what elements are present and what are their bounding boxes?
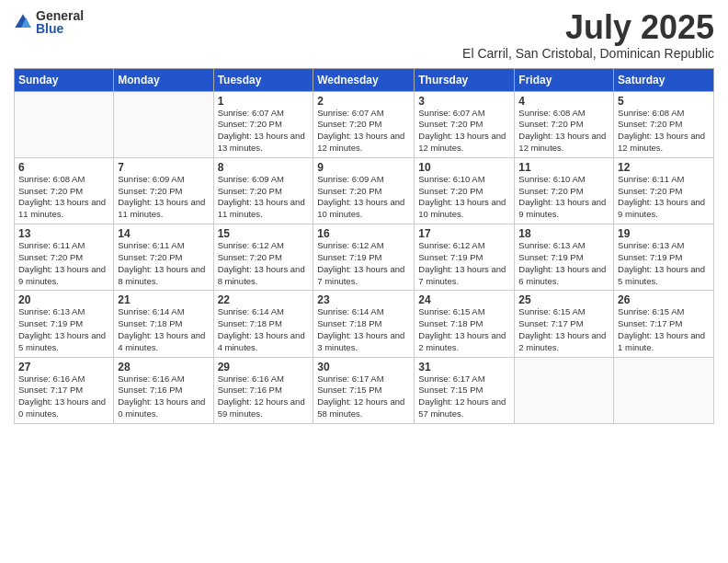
table-row [114,91,213,157]
day-number: 19 [618,227,710,240]
logo-general: General [36,9,84,22]
calendar-table: Sunday Monday Tuesday Wednesday Thursday… [14,68,714,424]
day-info: Sunrise: 6:14 AM Sunset: 7:18 PM Dayligh… [218,306,310,353]
table-row: 9Sunrise: 6:09 AM Sunset: 7:20 PM Daylig… [313,157,415,224]
day-number: 8 [218,161,310,174]
day-number: 29 [218,361,310,373]
header-sunday: Sunday [15,68,114,91]
day-info: Sunrise: 6:13 AM Sunset: 7:19 PM Dayligh… [518,240,609,287]
table-row: 29Sunrise: 6:16 AM Sunset: 7:16 PM Dayli… [213,357,313,423]
day-info: Sunrise: 6:08 AM Sunset: 7:20 PM Dayligh… [518,108,609,155]
table-row [515,357,614,423]
day-info: Sunrise: 6:17 AM Sunset: 7:15 PM Dayligh… [317,373,410,420]
day-info: Sunrise: 6:07 AM Sunset: 7:20 PM Dayligh… [418,108,510,155]
table-row: 4Sunrise: 6:08 AM Sunset: 7:20 PM Daylig… [515,91,614,157]
day-number: 28 [118,361,209,373]
day-info: Sunrise: 6:15 AM Sunset: 7:17 PM Dayligh… [518,306,609,353]
table-row: 12Sunrise: 6:11 AM Sunset: 7:20 PM Dayli… [614,157,714,224]
table-row: 23Sunrise: 6:14 AM Sunset: 7:18 PM Dayli… [313,291,415,357]
day-info: Sunrise: 6:07 AM Sunset: 7:20 PM Dayligh… [317,108,410,155]
day-number: 6 [18,161,109,174]
day-number: 5 [618,95,710,108]
table-row: 24Sunrise: 6:15 AM Sunset: 7:18 PM Dayli… [415,291,515,357]
table-row: 5Sunrise: 6:08 AM Sunset: 7:20 PM Daylig… [614,91,714,157]
day-number: 3 [418,95,510,108]
day-number: 13 [18,227,109,240]
day-number: 22 [218,293,310,306]
day-info: Sunrise: 6:16 AM Sunset: 7:16 PM Dayligh… [218,373,310,420]
day-info: Sunrise: 6:11 AM Sunset: 7:20 PM Dayligh… [18,240,109,287]
day-number: 25 [518,293,609,306]
day-info: Sunrise: 6:09 AM Sunset: 7:20 PM Dayligh… [317,174,410,221]
table-row: 20Sunrise: 6:13 AM Sunset: 7:19 PM Dayli… [15,291,114,357]
header-friday: Friday [515,68,614,91]
day-number: 2 [317,95,410,108]
header-wednesday: Wednesday [313,68,415,91]
day-number: 20 [18,293,109,306]
table-row: 14Sunrise: 6:11 AM Sunset: 7:20 PM Dayli… [114,224,213,291]
logo: General Blue [14,9,84,35]
day-info: Sunrise: 6:10 AM Sunset: 7:20 PM Dayligh… [518,174,609,221]
day-info: Sunrise: 6:15 AM Sunset: 7:18 PM Dayligh… [418,306,510,353]
table-row [15,91,114,157]
day-number: 24 [418,293,510,306]
calendar-week-row: 6Sunrise: 6:08 AM Sunset: 7:20 PM Daylig… [15,157,714,224]
day-number: 18 [518,227,609,240]
day-number: 14 [118,227,209,240]
table-row: 19Sunrise: 6:13 AM Sunset: 7:19 PM Dayli… [614,224,714,291]
day-number: 16 [317,227,410,240]
day-info: Sunrise: 6:11 AM Sunset: 7:20 PM Dayligh… [118,240,209,287]
day-number: 23 [317,293,410,306]
day-info: Sunrise: 6:10 AM Sunset: 7:20 PM Dayligh… [418,174,510,221]
day-number: 26 [618,293,710,306]
day-info: Sunrise: 6:16 AM Sunset: 7:17 PM Dayligh… [18,373,109,420]
day-number: 10 [418,161,510,174]
table-row: 6Sunrise: 6:08 AM Sunset: 7:20 PM Daylig… [15,157,114,224]
day-info: Sunrise: 6:14 AM Sunset: 7:18 PM Dayligh… [118,306,209,353]
day-number: 1 [218,95,310,108]
day-info: Sunrise: 6:07 AM Sunset: 7:20 PM Dayligh… [218,108,310,155]
day-info: Sunrise: 6:12 AM Sunset: 7:20 PM Dayligh… [218,240,310,287]
day-number: 31 [418,361,510,373]
day-info: Sunrise: 6:13 AM Sunset: 7:19 PM Dayligh… [18,306,109,353]
day-number: 27 [18,361,109,373]
table-row: 8Sunrise: 6:09 AM Sunset: 7:20 PM Daylig… [213,157,313,224]
calendar-week-row: 20Sunrise: 6:13 AM Sunset: 7:19 PM Dayli… [15,291,714,357]
header-monday: Monday [114,68,213,91]
day-number: 11 [518,161,609,174]
day-info: Sunrise: 6:15 AM Sunset: 7:17 PM Dayligh… [618,306,710,353]
logo-icon [14,13,32,31]
table-row: 11Sunrise: 6:10 AM Sunset: 7:20 PM Dayli… [515,157,614,224]
day-info: Sunrise: 6:08 AM Sunset: 7:20 PM Dayligh… [18,174,109,221]
table-row: 16Sunrise: 6:12 AM Sunset: 7:19 PM Dayli… [313,224,415,291]
day-info: Sunrise: 6:16 AM Sunset: 7:16 PM Dayligh… [118,373,209,420]
day-number: 21 [118,293,209,306]
table-row: 2Sunrise: 6:07 AM Sunset: 7:20 PM Daylig… [313,91,415,157]
table-row: 28Sunrise: 6:16 AM Sunset: 7:16 PM Dayli… [114,357,213,423]
calendar-week-row: 1Sunrise: 6:07 AM Sunset: 7:20 PM Daylig… [15,91,714,157]
day-info: Sunrise: 6:14 AM Sunset: 7:18 PM Dayligh… [317,306,410,353]
table-row: 10Sunrise: 6:10 AM Sunset: 7:20 PM Dayli… [415,157,515,224]
table-row: 27Sunrise: 6:16 AM Sunset: 7:17 PM Dayli… [15,357,114,423]
table-row: 17Sunrise: 6:12 AM Sunset: 7:19 PM Dayli… [415,224,515,291]
table-row: 31Sunrise: 6:17 AM Sunset: 7:15 PM Dayli… [415,357,515,423]
day-number: 12 [618,161,710,174]
calendar-week-row: 27Sunrise: 6:16 AM Sunset: 7:17 PM Dayli… [15,357,714,423]
day-number: 17 [418,227,510,240]
day-info: Sunrise: 6:12 AM Sunset: 7:19 PM Dayligh… [418,240,510,287]
table-row: 3Sunrise: 6:07 AM Sunset: 7:20 PM Daylig… [415,91,515,157]
day-number: 9 [317,161,410,174]
calendar-header-row: Sunday Monday Tuesday Wednesday Thursday… [15,68,714,91]
day-info: Sunrise: 6:13 AM Sunset: 7:19 PM Dayligh… [618,240,710,287]
table-row: 15Sunrise: 6:12 AM Sunset: 7:20 PM Dayli… [213,224,313,291]
calendar-week-row: 13Sunrise: 6:11 AM Sunset: 7:20 PM Dayli… [15,224,714,291]
table-row: 25Sunrise: 6:15 AM Sunset: 7:17 PM Dayli… [515,291,614,357]
day-info: Sunrise: 6:17 AM Sunset: 7:15 PM Dayligh… [418,373,510,420]
day-number: 15 [218,227,310,240]
table-row: 21Sunrise: 6:14 AM Sunset: 7:18 PM Dayli… [114,291,213,357]
day-info: Sunrise: 6:09 AM Sunset: 7:20 PM Dayligh… [218,174,310,221]
logo-blue: Blue [36,22,84,35]
page: General Blue July 2025 El Carril, San Cr… [0,0,728,563]
day-info: Sunrise: 6:08 AM Sunset: 7:20 PM Dayligh… [618,108,710,155]
table-row: 18Sunrise: 6:13 AM Sunset: 7:19 PM Dayli… [515,224,614,291]
